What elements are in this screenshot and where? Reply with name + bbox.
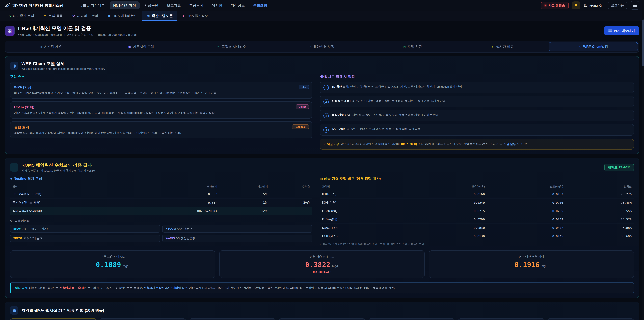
observation-note: ※ 관측일시 2023.06.27~28 / 전체 18개 관측점 중 6곳 표… <box>320 243 634 246</box>
nav-item-integrated-search[interactable]: 통합조회 <box>250 1 271 10</box>
table-row: 중간역 (한반도 해역) 0.01° 1분 20층 <box>10 198 312 207</box>
accuracy-cell: 75.57% <box>566 215 634 223</box>
col-header: 수직층 <box>270 184 312 190</box>
book-icon: ▣ <box>108 14 111 18</box>
col-header: 시간간격 <box>220 184 270 190</box>
warning-highlight: 100~1,000배 <box>401 143 417 146</box>
advantage-title: 비정상류 대응: <box>332 99 350 102</box>
subnav-item-diffusion-model-theory[interactable]: ▦ 확산모델 이론 <box>142 11 177 21</box>
region-card-daesan: 대산 65,181 m³/일 346kg/일 <box>458 318 544 320</box>
layers-cell <box>270 207 312 215</box>
list-icon: ▤ <box>44 14 46 18</box>
topnav-right: 사고 진행중 Eunjeong Kim 로그아웃 <box>541 1 639 10</box>
nav-item-board[interactable]: 게시판 <box>208 1 226 10</box>
tab-system-overview[interactable]: ▦ 시스템 개요 <box>6 42 96 51</box>
subnav-label: 확산모델 이론 <box>152 14 173 18</box>
nav-item-aerial-search[interactable]: 항공탐색 <box>186 1 207 10</box>
advantages-header: HNS 사고 적용 시 장점 <box>320 74 634 79</box>
chart-icon: ▦ <box>147 14 150 18</box>
observation-column: ▤ 페놀 관측-모델 비교 (인천·평택·대산) 관측점 관측(mg/L) 모델… <box>320 176 634 246</box>
stat-value: 0.1916 <box>514 261 540 269</box>
nav-item-emergency-rescue[interactable]: 긴급구난 <box>140 1 162 10</box>
pdf-export-button[interactable]: ▤ PDF 내보내기 <box>604 26 639 36</box>
subnav-item-hns-manual[interactable]: ▣ HNS 대응매뉴얼 <box>103 11 142 21</box>
brand[interactable]: 해양환경 위기대응 통합시스템 <box>5 3 64 8</box>
subnav-item-hns-substance-info[interactable]: ◈ HNS 물질정보 <box>178 11 212 21</box>
logout-button[interactable]: 로그아웃 <box>608 2 627 9</box>
stat-card-incheon-surface: 인천 표층 최대농도 0.1089mg/L <box>10 250 215 278</box>
tab-model-validation[interactable]: ☑ 모델 검증 <box>368 42 457 51</box>
hamburger-menu-button[interactable] <box>630 1 639 10</box>
section-title: 지역별 해양산업시설 폐수 방류 현황 (10년 평균) <box>22 308 104 313</box>
col-header: 영역 <box>10 184 124 190</box>
pdf-export-label: PDF 내보내기 <box>614 29 635 33</box>
nav-item-hns-atmospheric[interactable]: HNS·대기확산 <box>110 1 140 10</box>
input-chip-tpxo9: TPXO9조위 15개 분조 <box>10 235 160 242</box>
nav-item-reports[interactable]: 보고자료 <box>163 1 184 10</box>
advantage-text: 복잡 지형 반영: 해안 절벽, 항만 구조물, 인접 도시의 건물 효과를 지… <box>332 113 439 119</box>
pencil-icon: ✎ <box>8 14 11 18</box>
table-row: PT01(평택) 0.0215 0.0235 90.55% <box>320 207 634 215</box>
subnav-label: 분석 목록 <box>48 14 63 18</box>
layers-cell <box>270 190 312 198</box>
dt-cell: 12초 <box>220 207 270 215</box>
compass-icon: ◈ <box>10 177 13 180</box>
subnav-label: 시나리오 관리 <box>77 14 98 18</box>
stat-card-incheon-bottom: 인천 저층 최대농도 0.3822mg/L 표층대비 3.5배 ↑ <box>219 250 425 278</box>
key-finding-label: 핵심 발견: <box>15 286 28 289</box>
tab-substance-scenarios[interactable]: ✎ 물질별 시나리오 <box>187 42 276 51</box>
subnav-item-atmos-analysis[interactable]: ✎ 대기확산 분석 <box>4 11 38 21</box>
incident-dot-icon <box>544 5 546 6</box>
flask-icon: ◈ <box>182 14 185 18</box>
notifications-button[interactable] <box>572 1 580 10</box>
component-card-coupling: 결합 효과 Feedback 화학물질의 복사 효과가 기상장에 되먹임(fee… <box>10 121 312 138</box>
nav-item-oil-diffusion[interactable]: 유출유 확산예측 <box>76 1 108 10</box>
components-column: 구성 요소 WRF (기상) v4.x 비정수압(non-hydrostatic… <box>10 74 312 150</box>
feedback-badge: Feedback <box>292 124 309 129</box>
subnav-item-scenario-management[interactable]: ⚙ 시나리오 관리 <box>68 11 103 21</box>
region-cards: 울산 414,620 m³/일 1,037kg/일 여수 124,890 m³/… <box>10 318 634 320</box>
vertical-scrollbar[interactable] <box>642 0 644 320</box>
stat-value: 0.3822 <box>305 261 330 269</box>
col-header: 정확도 <box>566 184 634 190</box>
advantage-desc: 중규모 순환(해풍↔육풍), 돌풍, 전선 통과 등 시변 기상 조건을 실시간… <box>351 99 446 102</box>
nesting-title: Nesting 격자 구성 <box>14 177 42 180</box>
warning-text: 전략 적용. <box>516 143 530 146</box>
section-title: WRF-Chem 모델 상세 <box>22 61 105 67</box>
tab-marine-correction[interactable]: ≈ 해양환경 보정 <box>277 42 366 51</box>
section-header: ≈ ROMS 해양확산 수치모의 검증 결과 김장욱·이문진 외 (2024),… <box>10 162 634 173</box>
advantage-desc: 해안 절벽, 항만 구조물, 인접 도시의 건물 효과를 지형 데이터로 반영 <box>352 113 439 116</box>
nav-item-weather[interactable]: 기상정보 <box>227 1 248 10</box>
check-icon: ☑ <box>403 45 406 49</box>
step-number: 4 <box>323 127 329 133</box>
area-cell: 상세역 (5개 중점해역) <box>10 207 124 215</box>
input-chip-hycom: HYCOM수온·염분·유속 <box>162 225 312 233</box>
subnav-item-analysis-list[interactable]: ▤ 분석 목록 <box>39 11 67 21</box>
roms-validation-section: ≈ ROMS 해양확산 수치모의 검증 결과 김장욱·이문진 외 (2024),… <box>5 158 639 298</box>
component-desc: 기상 모델과 동일한 시간 스텝에서 화학종의 이류(advection), 난… <box>14 111 308 115</box>
section-subtitle: Weather Research and Forecasting model c… <box>22 67 105 71</box>
page-title: HNS 대기확산 모델 이론 및 검증 <box>18 25 137 32</box>
model-cell: 0.0235 <box>487 207 566 215</box>
component-card-chem: Chem (화학) Online 기상 모델과 동일한 시간 스텝에서 화학종의… <box>10 101 312 119</box>
tab-wrfchem-advanced[interactable]: ◎ WRF-Chem발전 <box>548 42 638 51</box>
obs-cell: 0.0840 <box>408 223 487 232</box>
subnav-label: HNS 물질정보 <box>187 14 208 18</box>
section-header: ▦ 지역별 해양산업시설 폐수 방류 현황 (10년 평균) <box>10 306 634 315</box>
step-number: 1 <box>323 85 329 90</box>
advantage-title: 3D 확산 모의: <box>332 85 349 88</box>
stat-label: 평택·대산 저층 최대 <box>432 255 630 259</box>
key-finding-text: . 기존 입자추적 방식의 장기 모의·농도 계산 한계를 ROMS 농도확산모… <box>188 286 395 289</box>
obs-cell: 0.0130 <box>408 232 487 240</box>
bar-chart-icon: ▦ <box>10 306 18 315</box>
input-chip-wamis: WAMIS5대강 일방류량 <box>162 235 312 242</box>
online-badge: Online <box>296 104 309 109</box>
wing-logo-icon <box>5 3 10 8</box>
advantage-item: 2 비정상류 대응: 중규모 순환(해풍↔육풍), 돌풍, 전선 통과 등 시변… <box>320 96 634 107</box>
scrollbar-thumb[interactable] <box>642 20 644 67</box>
incident-status-badge[interactable]: 사고 진행중 <box>541 2 569 9</box>
tab-gaussian-model[interactable]: ◉ 가우시안 모델 <box>96 42 186 51</box>
tab-realtime-comparison[interactable]: ⚡ 실시간 비교 <box>458 42 548 51</box>
region-card-pyeongtaek: 평택 85,475 m³/일 741kg/일 <box>368 318 455 320</box>
area-cell: 중간역 (한반도 해역) <box>10 198 124 207</box>
